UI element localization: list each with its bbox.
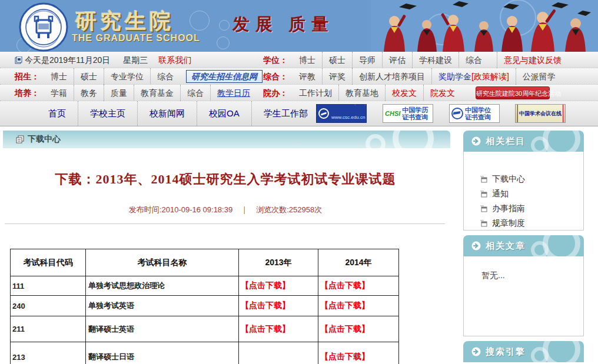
- nav-degree-doctor[interactable]: 博士: [293, 52, 322, 68]
- sidebar-box-title: 相关栏目: [486, 136, 526, 147]
- nav-row-1: 今天是2019年11月20日 星期三 联系我们 学位： 博士 硕士 导师 评估 …: [0, 52, 598, 68]
- contact-us-link[interactable]: 联系我们: [158, 52, 191, 68]
- nav-adm-professional[interactable]: 专业学位: [104, 68, 150, 85]
- banner-cdgdc-degree-check[interactable]: 中国学位 证书查询: [449, 104, 500, 123]
- col-header-2014: 2014年: [318, 249, 399, 276]
- nav-enrollment-status[interactable]: 学籍: [44, 85, 74, 101]
- decor-circle: [217, 36, 230, 49]
- empty-cell: [239, 342, 318, 364]
- decor-ring: [393, 131, 434, 148]
- main-content: 下载中心 下载：2013年、2014硕士研究生入学考试初试专业课试题 发布时间:…: [0, 126, 451, 364]
- anniversary-30th-button[interactable]: 研究生院建院30周年纪念活动: [476, 86, 550, 99]
- nav-education-base[interactable]: 教育基地: [338, 85, 385, 101]
- nav-study-abroad[interactable]: 公派留学: [516, 68, 562, 85]
- download-link-2014[interactable]: 【点击下载】: [320, 324, 370, 333]
- dept-documents-link[interactable]: 院发文: [423, 85, 461, 101]
- policy-note[interactable]: [政策解读]: [471, 72, 509, 81]
- download-link-2013[interactable]: 【点击下载】: [241, 324, 290, 333]
- nav-school-homepage[interactable]: 学校主页: [78, 101, 137, 126]
- circle-arrow-icon: [471, 136, 481, 146]
- sidebar-box-title: 相关文章: [486, 241, 526, 252]
- scholarship-link[interactable]: 奖助学金: [438, 72, 471, 81]
- calendar-date-icon: [15, 56, 22, 64]
- decor-ring: [531, 136, 549, 152]
- subject-code: 213: [11, 342, 86, 364]
- nav-degree-evaluation[interactable]: 评估: [382, 52, 412, 68]
- sidebar-box-title: 搜索引擎: [486, 346, 526, 358]
- teaching-calendar-link[interactable]: 教学日历: [210, 85, 257, 101]
- sidebar-item-download-center[interactable]: 下载中心: [480, 172, 583, 186]
- sidebar-item-notices[interactable]: 通知: [480, 186, 583, 201]
- banner-url: www.csc.edu.cn: [331, 105, 367, 123]
- nav-degree-misc[interactable]: 综合: [459, 52, 489, 68]
- nav-academic-affairs[interactable]: 教务: [74, 85, 104, 101]
- misc-label: 综合：: [263, 68, 288, 85]
- banner-csc-study-abroad[interactable]: 国家留学网 www.csc.edu.cn: [316, 104, 367, 123]
- slogan-text: 发展 质量: [232, 13, 334, 36]
- nav-adm-misc[interactable]: 综合: [150, 68, 180, 85]
- sidebar-item-label: 办事指南: [492, 203, 525, 214]
- nav-row-3: 培养： 学籍 教务 质量 教育基金 综合 教学日历 院办： 工作计划 教育基地 …: [0, 85, 598, 101]
- site-title-cn: 研究生院: [75, 7, 174, 36]
- list-bullet-icon: [480, 219, 488, 227]
- table-row: 213 翻译硕士日语 【点击下载】: [11, 342, 399, 364]
- decor-ring: [543, 341, 580, 362]
- decor-circle: [190, 11, 210, 31]
- download-link-2013[interactable]: 【点击下载】: [241, 300, 290, 310]
- list-bullet-icon: [480, 190, 488, 198]
- nav-adm-doctor[interactable]: 博士: [44, 68, 74, 85]
- nav-degree-master[interactable]: 硕士: [322, 52, 352, 68]
- school-documents-link[interactable]: 校发文: [385, 85, 423, 101]
- banner-academic-conference-online[interactable]: 中国学术会议在线: [515, 104, 566, 123]
- banner-title: 中国学术会议在线: [517, 104, 563, 123]
- banner-chsi-diploma-check[interactable]: CHSI 中国学历 证书查询: [383, 104, 433, 123]
- page: { "header": { "logo_cn": "研究生院", "logo_e…: [0, 0, 598, 364]
- decor-ring: [531, 241, 549, 256]
- download-link-2014[interactable]: 【点击下载】: [320, 352, 370, 361]
- view-count: 浏览次数:252958次: [256, 205, 322, 214]
- pages-icon: [16, 135, 24, 143]
- nav-student-affairs[interactable]: 学生工作部: [251, 101, 320, 126]
- nav-work-plan[interactable]: 工作计划: [293, 85, 338, 101]
- subject-name: 单独考试英语: [86, 296, 239, 316]
- subject-name: 翻译硕士日语: [86, 342, 239, 364]
- degree-label: 学位：: [263, 52, 288, 68]
- nav-teaching-eval[interactable]: 评教: [293, 68, 322, 85]
- nav-awards[interactable]: 评奖: [322, 68, 352, 85]
- nav-campus-oa[interactable]: 校园OA: [197, 101, 251, 126]
- nav-quality[interactable]: 质量: [104, 85, 134, 101]
- nav-degree-supervisor[interactable]: 导师: [352, 52, 382, 68]
- decor-circle: [219, 20, 230, 31]
- nav-school-news[interactable]: 校新闻网: [137, 101, 197, 126]
- graduation-photo: [371, 0, 598, 52]
- article-title: 下载：2013年、2014硕士研究生入学考试初试专业课试题: [0, 171, 451, 188]
- office-label: 院办：: [263, 85, 288, 101]
- nav-innovation-program[interactable]: 创新人才培养项目: [352, 68, 431, 85]
- sidebar-item-regulations[interactable]: 规章制度: [480, 216, 583, 231]
- download-link-2013[interactable]: 【点击下载】: [241, 280, 290, 290]
- nav-training-misc[interactable]: 综合: [180, 85, 210, 101]
- admission-info-site-button[interactable]: 研究生招生信息网: [186, 70, 263, 83]
- nav-degree-discipline[interactable]: 学科建设: [412, 52, 459, 68]
- feedback-link[interactable]: 意见与建议反馈: [497, 52, 568, 68]
- col-header-2013: 2013年: [239, 249, 318, 276]
- sidebar-item-label: 通知: [492, 189, 509, 199]
- chsi-logo-icon: CHSI: [385, 104, 400, 123]
- banner-subtitle: 证书查询: [465, 113, 491, 121]
- university-seal-logo[interactable]: [19, 2, 68, 52]
- download-link-2014[interactable]: 【点击下载】: [320, 300, 370, 310]
- nav-education-fund[interactable]: 教育基金: [134, 85, 180, 101]
- exam-papers-table: 考试科目代码 考试科目名称 2013年 2014年 111 单独考试思想政治理论…: [10, 249, 399, 364]
- breadcrumb-label[interactable]: 下载中心: [28, 134, 61, 145]
- related-articles-box: 相关文章 暂无...: [463, 235, 584, 336]
- nav-home[interactable]: 首页: [36, 101, 78, 126]
- download-link-2014[interactable]: 【点击下载】: [320, 280, 370, 290]
- nav-adm-master[interactable]: 硕士: [74, 68, 104, 85]
- current-date: 今天是2019年11月20日: [25, 52, 110, 68]
- sidebar-item-label: 规章制度: [492, 218, 525, 229]
- sidebar-item-service-guide[interactable]: 办事指南: [480, 201, 583, 216]
- nav-scholarship[interactable]: 奖助学金[政策解读]: [431, 68, 516, 85]
- table-row: 211 翻译硕士英语 【点击下载】 【点击下载】: [11, 316, 399, 342]
- training-label: 培养：: [15, 85, 39, 101]
- related-articles-header: 相关文章: [463, 235, 584, 256]
